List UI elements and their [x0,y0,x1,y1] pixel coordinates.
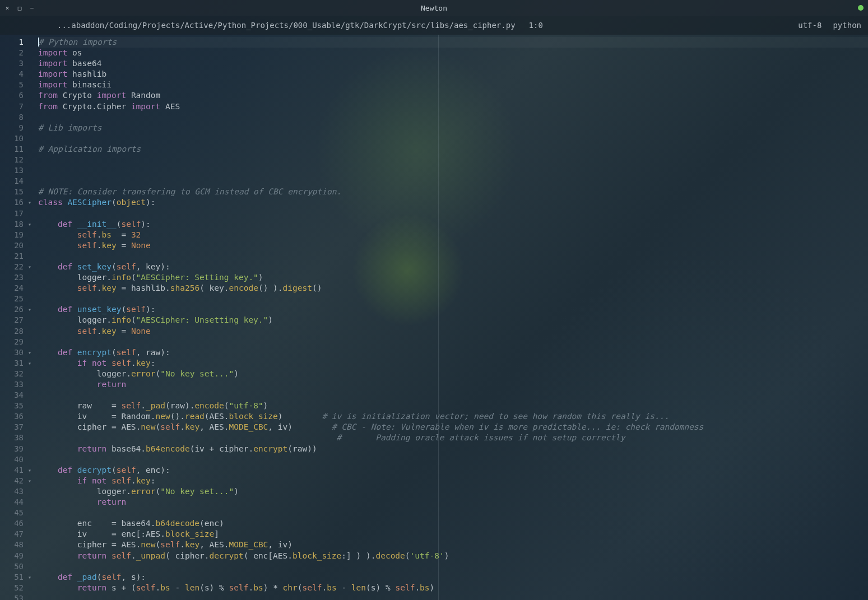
code-line[interactable]: from Crypto.Cipher import AES [38,101,868,112]
code-line[interactable] [38,176,868,187]
line-number[interactable]: 37 [0,422,24,432]
fold-icon[interactable]: ▾ [28,262,36,272]
line-number[interactable]: 18 [0,219,24,230]
code-line[interactable]: logger.info("AESCipher: Unsetting key.") [38,315,868,325]
code-line[interactable]: return base64.b64encode(iv + cipher.encr… [38,444,868,454]
code-line[interactable]: import base64 [38,58,868,69]
code-area[interactable]: # Python importsimport osimport base64im… [36,35,868,600]
line-number[interactable]: 12 [0,155,24,165]
code-line[interactable]: self.key = None [38,240,868,251]
fold-icon[interactable]: ▾ [28,347,36,358]
line-number[interactable]: 29 [0,337,24,347]
line-number[interactable]: 25 [0,294,24,304]
code-line[interactable] [38,251,868,262]
line-number[interactable]: 53 [0,593,24,600]
code-line[interactable] [38,133,868,144]
line-number[interactable]: 41 [0,465,24,476]
line-number[interactable]: 2 [0,48,24,58]
line-number[interactable]: 30 [0,347,24,358]
encoding-label[interactable]: utf-8 [798,21,821,30]
line-number[interactable]: 33 [0,379,24,390]
fold-icon[interactable]: ▾ [28,572,36,583]
line-number[interactable]: 15 [0,187,24,197]
line-number[interactable]: 39 [0,444,24,454]
code-line[interactable]: def set_key(self, key): [38,262,868,272]
line-number[interactable]: 28 [0,326,24,337]
code-line[interactable]: # Application imports [38,144,868,155]
line-number[interactable]: 46 [0,518,24,529]
code-line[interactable]: self.bs = 32 [38,230,868,240]
fold-gutter[interactable]: ▾▾▾▾▾▾▾▾▾ [28,35,36,600]
line-number[interactable]: 17 [0,208,24,219]
line-number[interactable]: 4 [0,69,24,80]
line-number[interactable]: 35 [0,401,24,411]
fold-icon[interactable]: ▾ [28,304,36,315]
line-number[interactable]: 34 [0,390,24,401]
line-number[interactable]: 42 [0,476,24,486]
code-line[interactable]: cipher = AES.new(self.key, AES.MODE_CBC,… [38,539,868,550]
language-label[interactable]: python [833,21,861,30]
line-number[interactable]: 20 [0,240,24,251]
code-line[interactable]: logger.error("No key set...") [38,369,868,379]
line-number[interactable]: 19 [0,230,24,240]
line-number[interactable]: 10 [0,133,24,144]
code-line[interactable]: # Lib imports [38,123,868,133]
line-number[interactable]: 8 [0,112,24,123]
line-number[interactable]: 48 [0,539,24,550]
fold-icon[interactable]: ▾ [28,197,36,208]
code-line[interactable]: def unset_key(self): [38,304,868,315]
line-number[interactable]: 13 [0,165,24,176]
code-line[interactable]: return s + (self.bs - len(s) % self.bs) … [38,583,868,593]
code-line[interactable]: logger.error("No key set...") [38,486,868,497]
line-number[interactable]: 36 [0,411,24,422]
code-line[interactable]: if not self.key: [38,358,868,369]
code-line[interactable] [38,165,868,176]
line-number[interactable]: 49 [0,551,24,561]
line-number[interactable]: 26 [0,304,24,315]
code-line[interactable]: return [38,379,868,390]
line-number[interactable]: 7 [0,101,24,112]
line-number[interactable]: 22 [0,262,24,272]
code-line[interactable]: iv = enc[:AES.block_size] [38,529,868,539]
close-icon[interactable]: × [4,5,10,11]
line-number[interactable]: 3 [0,58,24,69]
code-line[interactable] [38,208,868,219]
code-line[interactable] [38,561,868,572]
line-number[interactable]: 40 [0,454,24,465]
line-number[interactable]: 43 [0,486,24,497]
line-number[interactable]: 32 [0,369,24,379]
code-line[interactable]: enc = base64.b64decode(enc) [38,518,868,529]
line-number[interactable]: 14 [0,176,24,187]
code-line[interactable]: if not self.key: [38,476,868,486]
line-number[interactable]: 45 [0,508,24,518]
code-line[interactable]: def decrypt(self, enc): [38,465,868,476]
titlebar[interactable]: × □ − Newton [0,0,868,16]
code-line[interactable]: import hashlib [38,69,868,80]
code-line[interactable] [38,337,868,347]
line-number[interactable]: 9 [0,123,24,133]
line-number[interactable]: 52 [0,583,24,593]
code-line[interactable]: raw = self._pad(raw).encode("utf-8") [38,401,868,411]
fold-icon[interactable]: ▾ [28,219,36,230]
code-line[interactable]: def __init__(self): [38,219,868,230]
code-line[interactable]: # Python imports [38,37,868,48]
code-line[interactable] [38,294,868,304]
code-line[interactable]: iv = Random.new().read(AES.block_size) #… [38,411,868,422]
code-line[interactable] [38,155,868,165]
minimize-icon[interactable]: − [29,5,35,11]
code-line[interactable]: self.key = hashlib.sha256( key.encode() … [38,283,868,294]
line-number[interactable]: 11 [0,144,24,155]
code-line[interactable] [38,454,868,465]
code-line[interactable]: return [38,497,868,508]
code-line[interactable]: class AESCipher(object): [38,197,868,208]
code-line[interactable] [38,593,868,600]
line-number[interactable]: 51 [0,572,24,583]
line-number[interactable]: 1 [0,37,24,48]
line-number[interactable]: 23 [0,272,24,283]
line-number[interactable]: 27 [0,315,24,325]
code-line[interactable] [38,112,868,123]
maximize-icon[interactable]: □ [17,5,22,11]
editor[interactable]: 1234567891011121314151617181920212223242… [0,35,868,600]
line-number[interactable]: 21 [0,251,24,262]
line-number[interactable]: 6 [0,90,24,101]
